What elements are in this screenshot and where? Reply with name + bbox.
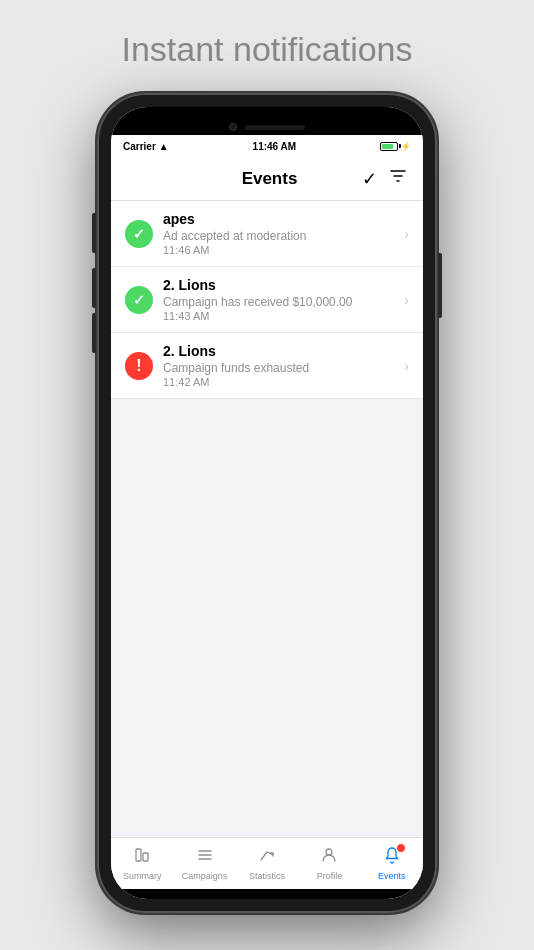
event-subtitle-1: Ad accepted at moderation: [163, 229, 398, 243]
battery-icon: [380, 142, 398, 151]
phone-top-bar: [111, 107, 423, 135]
nav-actions: ✓: [362, 167, 407, 190]
page-wrapper: Instant notifications Carrier ▲ 11:46 AM: [0, 0, 534, 950]
bolt-icon: ⚡: [401, 142, 411, 151]
event-subtitle-2: Campaign has received $10,000.00: [163, 295, 398, 309]
chevron-right-icon-1: ›: [404, 226, 409, 242]
tab-campaigns[interactable]: Campaigns: [173, 838, 235, 889]
filter-icon[interactable]: [389, 167, 407, 190]
tab-statistics[interactable]: Statistics: [236, 838, 298, 889]
phone-shell: Carrier ▲ 11:46 AM ⚡ Events ✓: [97, 93, 437, 913]
nav-bar: Events ✓: [111, 157, 423, 201]
event-content-1: apes Ad accepted at moderation 11:46 AM: [163, 211, 398, 256]
profile-icon: [320, 846, 338, 869]
tab-events[interactable]: Events: [361, 838, 423, 889]
event-title-2: 2. Lions: [163, 277, 398, 293]
carrier-label: Carrier ▲: [123, 141, 169, 152]
svg-point-5: [326, 849, 332, 855]
tab-campaigns-label: Campaigns: [182, 871, 228, 881]
tab-statistics-label: Statistics: [249, 871, 285, 881]
event-time-2: 11:43 AM: [163, 310, 398, 322]
chevron-right-icon-3: ›: [404, 358, 409, 374]
event-content-3: 2. Lions Campaign funds exhausted 11:42 …: [163, 343, 398, 388]
camera-area: [229, 123, 305, 131]
speaker-bar: [245, 125, 305, 130]
statistics-icon: [258, 846, 276, 869]
checkmark-icon[interactable]: ✓: [362, 168, 377, 190]
content-area: ✓ apes Ad accepted at moderation 11:46 A…: [111, 201, 423, 837]
svg-rect-1: [143, 853, 148, 861]
summary-icon: [133, 846, 151, 869]
event-title-3: 2. Lions: [163, 343, 398, 359]
campaigns-icon: [196, 846, 214, 869]
status-right: ⚡: [380, 142, 411, 151]
tab-events-label: Events: [378, 871, 406, 881]
event-time-1: 11:46 AM: [163, 244, 398, 256]
event-icon-success-2: ✓: [125, 286, 153, 314]
event-subtitle-3: Campaign funds exhausted: [163, 361, 398, 375]
wifi-icon: ▲: [159, 141, 169, 152]
nav-title: Events: [242, 169, 298, 189]
event-icon-error-3: !: [125, 352, 153, 380]
events-icon-wrap: [383, 846, 401, 869]
event-icon-success-1: ✓: [125, 220, 153, 248]
tab-profile-label: Profile: [317, 871, 343, 881]
camera-dot: [229, 123, 237, 131]
list-item[interactable]: ! 2. Lions Campaign funds exhausted 11:4…: [111, 333, 423, 399]
status-bar: Carrier ▲ 11:46 AM ⚡: [111, 135, 423, 157]
svg-rect-0: [136, 849, 141, 861]
status-time: 11:46 AM: [253, 141, 297, 152]
phone-bottom: [111, 889, 423, 899]
tab-summary-label: Summary: [123, 871, 162, 881]
list-item[interactable]: ✓ 2. Lions Campaign has received $10,000…: [111, 267, 423, 333]
list-item[interactable]: ✓ apes Ad accepted at moderation 11:46 A…: [111, 201, 423, 267]
battery-fill: [382, 144, 393, 149]
tab-profile[interactable]: Profile: [298, 838, 360, 889]
tab-bar: Summary Campaigns: [111, 837, 423, 889]
event-content-2: 2. Lions Campaign has received $10,000.0…: [163, 277, 398, 322]
event-time-3: 11:42 AM: [163, 376, 398, 388]
tab-summary[interactable]: Summary: [111, 838, 173, 889]
notification-badge: [396, 843, 406, 853]
chevron-right-icon-2: ›: [404, 292, 409, 308]
page-title: Instant notifications: [121, 30, 412, 69]
event-title-1: apes: [163, 211, 398, 227]
phone-inner: Carrier ▲ 11:46 AM ⚡ Events ✓: [111, 107, 423, 899]
